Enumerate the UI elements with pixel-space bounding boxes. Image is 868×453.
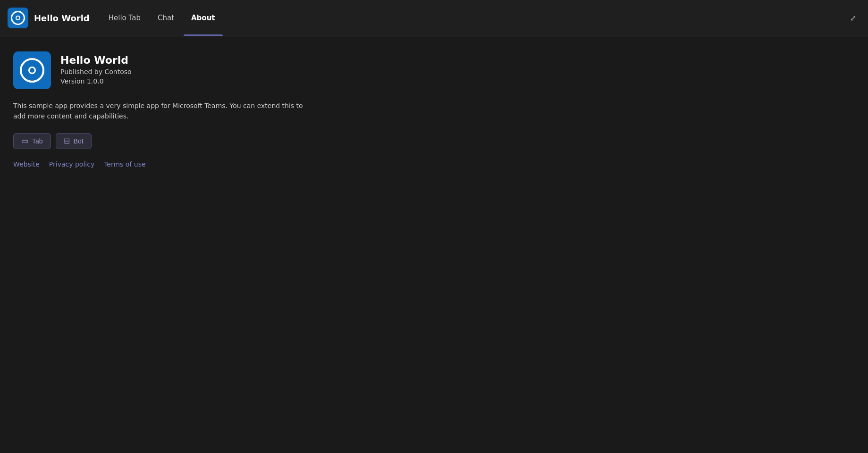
capability-buttons: ▭ Tab ⊟ Bot <box>13 133 855 149</box>
app-info-section: Hello World Published by Contoso Version… <box>13 51 855 89</box>
links-section: Website Privacy policy Terms of use <box>13 160 855 168</box>
main-content: Hello World Published by Contoso Version… <box>0 36 868 183</box>
website-link[interactable]: Website <box>13 160 40 168</box>
header-right: ⤢ <box>845 10 860 25</box>
expand-button[interactable]: ⤢ <box>845 10 860 25</box>
bot-capability-icon: ⊟ <box>64 137 70 145</box>
tab-chat[interactable]: Chat <box>150 0 182 36</box>
app-icon <box>8 8 28 28</box>
privacy-policy-link[interactable]: Privacy policy <box>49 160 94 168</box>
tab-about[interactable]: About <box>184 0 223 36</box>
tab-capability-icon: ▭ <box>21 137 28 145</box>
terms-of-use-link[interactable]: Terms of use <box>104 160 145 168</box>
capability-bot-button[interactable]: ⊟ Bot <box>56 133 92 149</box>
tab-hello-tab[interactable]: Hello Tab <box>101 0 148 36</box>
app-description: This sample app provides a very simple a… <box>13 101 306 122</box>
capability-tab-label: Tab <box>32 137 43 145</box>
header: Hello World Hello Tab Chat About ⤢ <box>0 0 868 36</box>
nav-tabs: Hello Tab Chat About <box>101 0 223 36</box>
app-name: Hello World <box>60 54 132 66</box>
capability-bot-label: Bot <box>74 137 84 145</box>
app-publisher: Published by Contoso <box>60 68 132 76</box>
app-version: Version 1.0.0 <box>60 77 132 85</box>
capability-tab-button[interactable]: ▭ Tab <box>13 133 51 149</box>
header-app-title: Hello World <box>34 13 90 23</box>
app-meta: Hello World Published by Contoso Version… <box>60 51 132 85</box>
app-logo <box>13 51 51 89</box>
